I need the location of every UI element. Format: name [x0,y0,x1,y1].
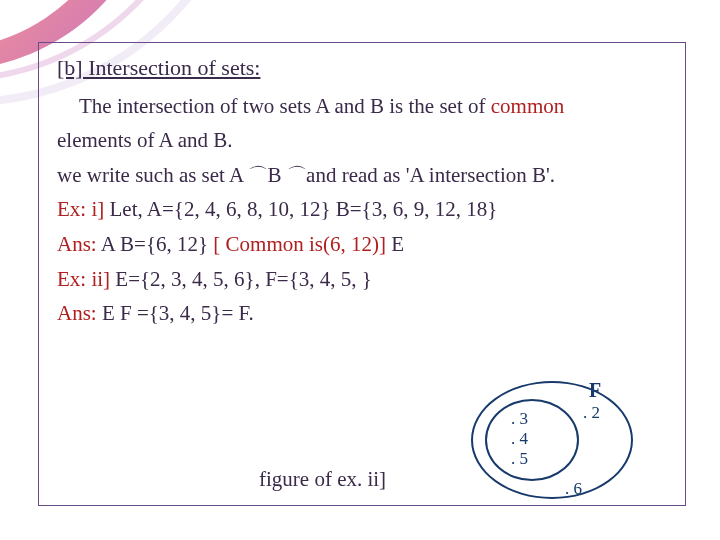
example-2: Ex: ii] E={2, 3, 4, 5, 6}, F={3, 4, 5, } [57,263,667,296]
text: E={2, 3, 4, 5, 6}, F={3, 4, 5, } [110,267,372,291]
venn-label-F: F [589,379,601,402]
notation-line: we write such as set A ⌒ B ⌒ and read as… [57,159,667,192]
venn-diagram: F . 3 . 4 . 5 . 2 . 6 [463,375,643,525]
figure-caption: figure of ex. ii] [259,467,386,492]
venn-point-5: . 5 [511,449,528,469]
intersection-symbol: ⌒ [287,160,301,191]
text: Let, A={2, 4, 6, 8, 10, 12} B={3, 6, 9, … [104,197,497,221]
answer-1: Ans: A B={6, 12} [ Common is(6, 12)] E [57,228,667,261]
venn-point-6: . 6 [565,479,582,499]
definition-line-2: elements of A and B. [57,124,667,157]
answer-2: Ans: E F ={3, 4, 5}= F. [57,297,667,330]
example-label: Ex: i] [57,197,104,221]
text: we write such as set A [57,163,248,187]
text-emphasis: common [491,94,565,118]
text: E F ={3, 4, 5}= F. [97,301,254,325]
slide: [b] Intersection of sets: The intersecti… [0,0,720,540]
answer-label: Ans: [57,232,97,256]
example-1: Ex: i] Let, A={2, 4, 6, 8, 10, 12} B={3,… [57,193,667,226]
section-title: [b] Intersection of sets: [57,53,667,84]
venn-set-F [485,399,579,481]
text: B [268,163,282,187]
example-label: Ex: ii] [57,267,110,291]
text: A B={6, 12} [97,232,214,256]
text-note: [ Common is(6, 12)] [213,232,386,256]
venn-point-2: . 2 [583,403,600,423]
text: and read as 'A intersection B'. [306,163,555,187]
text: The intersection of two sets A and B is … [79,94,491,118]
venn-point-4: . 4 [511,429,528,449]
text: E [386,232,404,256]
venn-point-3: . 3 [511,409,528,429]
answer-label: Ans: [57,301,97,325]
intersection-symbol: ⌒ [248,160,262,191]
definition-line-1: The intersection of two sets A and B is … [57,90,667,123]
content-frame: [b] Intersection of sets: The intersecti… [38,42,686,506]
